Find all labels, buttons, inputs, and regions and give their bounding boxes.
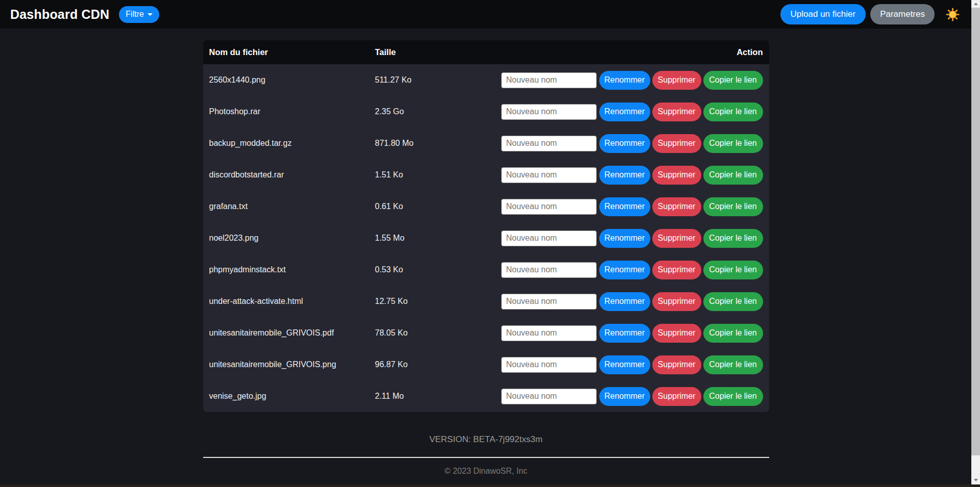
- version-text: VERSION: BETA-7j992txs3m: [203, 434, 769, 445]
- app-title: Dashboard CDN: [10, 7, 109, 22]
- arrow-down-icon: [974, 479, 978, 481]
- delete-button[interactable]: Supprimer: [652, 71, 701, 90]
- filter-dropdown-label: Filtre: [126, 10, 144, 19]
- file-size: 2.35 Go: [375, 107, 501, 116]
- delete-button[interactable]: Supprimer: [652, 197, 701, 216]
- delete-button[interactable]: Supprimer: [652, 102, 701, 121]
- table-row: under-attack-activate.html 12.75 Ko Reno…: [203, 286, 769, 317]
- table-row: 2560x1440.png 511.27 Ko Renommer Supprim…: [203, 64, 769, 96]
- filter-dropdown-button[interactable]: Filtre: [119, 6, 159, 23]
- caret-down-icon: [148, 13, 153, 16]
- copy-link-button[interactable]: Copier le lien: [703, 102, 763, 121]
- file-size: 12.75 Ko: [375, 297, 501, 306]
- copy-link-button[interactable]: Copier le lien: [703, 261, 763, 279]
- rename-input[interactable]: [501, 104, 597, 120]
- file-name: backup_modded.tar.gz: [209, 139, 375, 148]
- footer-divider: [203, 457, 769, 458]
- settings-button[interactable]: Parametres: [870, 4, 935, 24]
- rename-input[interactable]: [501, 357, 597, 373]
- file-name: 2560x1440.png: [209, 75, 375, 85]
- rename-button[interactable]: Renommer: [599, 166, 650, 185]
- navbar: Dashboard CDN Filtre Upload un fichier P…: [0, 0, 980, 29]
- delete-button[interactable]: Supprimer: [652, 134, 701, 153]
- file-table: Nom du fichier Taille Action 2560x1440.p…: [203, 40, 769, 412]
- delete-button[interactable]: Supprimer: [652, 292, 701, 311]
- bottom-edge-strip: [0, 484, 980, 487]
- sun-icon: [946, 8, 960, 21]
- rename-input[interactable]: [501, 230, 597, 246]
- scroll-down-button[interactable]: [971, 476, 980, 484]
- arrow-up-icon: [974, 3, 978, 5]
- file-size: 2.11 Mo: [375, 392, 501, 401]
- copy-link-button[interactable]: Copier le lien: [703, 292, 763, 311]
- file-name: unitesanitairemobile_GRIVOIS.pdf: [209, 328, 375, 338]
- rename-button[interactable]: Renommer: [599, 292, 650, 311]
- file-name: discordbotstarted.rar: [209, 170, 375, 180]
- rename-button[interactable]: Renommer: [599, 197, 650, 216]
- delete-button[interactable]: Supprimer: [652, 324, 701, 343]
- file-name: under-attack-activate.html: [209, 297, 375, 306]
- column-header-action: Action: [737, 47, 763, 57]
- table-header-row: Nom du fichier Taille Action: [203, 40, 769, 64]
- rename-button[interactable]: Renommer: [599, 71, 650, 90]
- column-header-name: Nom du fichier: [209, 47, 375, 57]
- file-name: grafana.txt: [209, 202, 375, 211]
- table-body: 2560x1440.png 511.27 Ko Renommer Supprim…: [203, 64, 769, 412]
- file-size: 871.80 Mo: [375, 139, 501, 148]
- delete-button[interactable]: Supprimer: [652, 387, 701, 406]
- copy-link-button[interactable]: Copier le lien: [703, 355, 763, 374]
- copy-link-button[interactable]: Copier le lien: [703, 197, 763, 216]
- copy-link-button[interactable]: Copier le lien: [703, 229, 763, 248]
- rename-button[interactable]: Renommer: [599, 355, 650, 374]
- copy-link-button[interactable]: Copier le lien: [703, 166, 763, 185]
- table-row: noel2023.png 1.55 Mo Renommer Supprimer …: [203, 222, 769, 254]
- file-size: 0.53 Ko: [375, 265, 501, 274]
- file-size: 0.61 Ko: [375, 202, 501, 211]
- rename-input[interactable]: [501, 262, 597, 278]
- copyright-text: © 2023 DinawoSR, Inc: [203, 467, 769, 476]
- rename-input[interactable]: [501, 389, 597, 404]
- rename-button[interactable]: Renommer: [599, 134, 650, 153]
- delete-button[interactable]: Supprimer: [652, 166, 701, 185]
- delete-button[interactable]: Supprimer: [652, 355, 701, 374]
- column-header-size: Taille: [375, 47, 737, 57]
- delete-button[interactable]: Supprimer: [652, 229, 701, 248]
- table-row: unitesanitairemobile_GRIVOIS.png 96.87 K…: [203, 349, 769, 380]
- table-row: unitesanitairemobile_GRIVOIS.pdf 78.05 K…: [203, 317, 769, 349]
- rename-input[interactable]: [501, 72, 597, 88]
- upload-file-button[interactable]: Upload un fichier: [780, 4, 866, 24]
- rename-input[interactable]: [501, 325, 597, 341]
- file-name: venise_geto.jpg: [209, 392, 375, 401]
- main-area: Nom du fichier Taille Action 2560x1440.p…: [0, 29, 972, 476]
- table-row: backup_modded.tar.gz 871.80 Mo Renommer …: [203, 127, 769, 159]
- file-size: 78.05 Ko: [375, 328, 501, 338]
- rename-input[interactable]: [501, 294, 597, 310]
- rename-button[interactable]: Renommer: [599, 229, 650, 248]
- scrollbar-thumb[interactable]: [971, 8, 980, 455]
- table-row: phpmyadminstack.txt 0.53 Ko Renommer Sup…: [203, 254, 769, 286]
- rename-button[interactable]: Renommer: [599, 387, 650, 406]
- file-name: noel2023.png: [209, 234, 375, 243]
- file-name: Photoshop.rar: [209, 107, 375, 116]
- rename-button[interactable]: Renommer: [599, 261, 650, 279]
- file-size: 1.51 Ko: [375, 170, 501, 180]
- scrollbar[interactable]: [971, 0, 980, 487]
- table-row: grafana.txt 0.61 Ko Renommer Supprimer C…: [203, 191, 769, 222]
- table-row: Photoshop.rar 2.35 Go Renommer Supprimer…: [203, 96, 769, 127]
- rename-button[interactable]: Renommer: [599, 324, 650, 343]
- copy-link-button[interactable]: Copier le lien: [703, 324, 763, 343]
- scroll-up-button[interactable]: [971, 0, 980, 8]
- table-row: venise_geto.jpg 2.11 Mo Renommer Supprim…: [203, 380, 769, 412]
- rename-input[interactable]: [501, 199, 597, 215]
- file-name: unitesanitairemobile_GRIVOIS.png: [209, 360, 375, 369]
- rename-input[interactable]: [501, 136, 597, 151]
- copy-link-button[interactable]: Copier le lien: [703, 71, 763, 90]
- rename-input[interactable]: [501, 167, 597, 183]
- file-size: 1.55 Mo: [375, 234, 501, 243]
- rename-button[interactable]: Renommer: [599, 102, 650, 121]
- delete-button[interactable]: Supprimer: [652, 261, 701, 279]
- copy-link-button[interactable]: Copier le lien: [703, 134, 763, 153]
- copy-link-button[interactable]: Copier le lien: [703, 387, 763, 406]
- theme-toggle-button[interactable]: [946, 8, 960, 21]
- table-row: discordbotstarted.rar 1.51 Ko Renommer S…: [203, 159, 769, 191]
